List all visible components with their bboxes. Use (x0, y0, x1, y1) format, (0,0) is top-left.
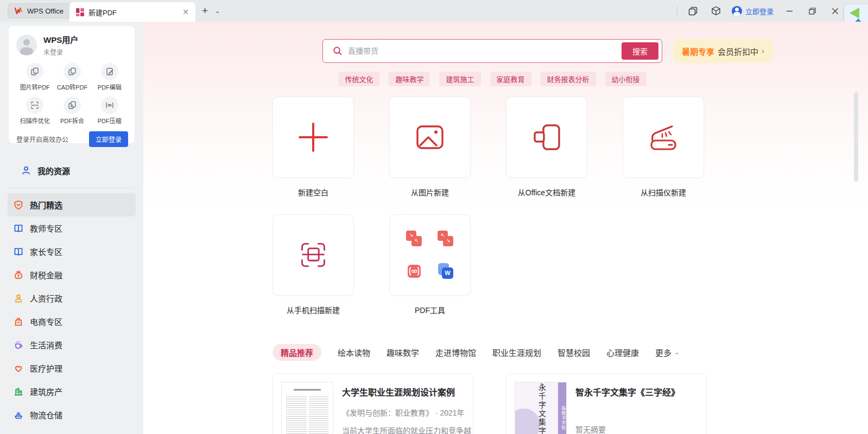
pdf-to-word-icon: W (438, 263, 454, 279)
login-now-button[interactable]: 立即登录 (89, 131, 128, 147)
person-icon (21, 165, 31, 176)
tag-chip[interactable]: 财务报表分析 (541, 72, 596, 86)
recommend-tabs: 精品推荐 绘本读物 趣味数学 走进博物馆 职业生涯规划 智慧校园 心理健康 更多… (273, 344, 679, 361)
sidebar-item-my-resources[interactable]: 我的资源 (9, 158, 135, 182)
wps-logo-icon (15, 7, 23, 15)
create-cards-row-2: 从手机扫描新建 ↘↖ ↖↘ W PDF工具 (273, 214, 471, 315)
card-label: 从扫描仪新建 (641, 187, 686, 197)
calligraphy-cover-thumbnail: 永千字文集字 临楷书字帖 (515, 382, 567, 434)
user-status: 未登录 (43, 47, 78, 56)
sidebar-item-label: 家长专区 (30, 246, 62, 257)
doc-tab-label: 新建PDF (88, 7, 117, 17)
tool-pdf-edit[interactable]: PDF编辑 (91, 63, 128, 91)
card-pdf-tools[interactable]: ↘↖ ↖↘ W PDF工具 (389, 214, 471, 315)
pdf-edit-icon (101, 63, 118, 80)
badge-icon (13, 200, 24, 210)
new-tab-button[interactable]: + (202, 5, 208, 16)
sidebar-item-parent-zone[interactable]: 家长专区 (8, 240, 136, 263)
tag-chip[interactable]: 趣味教学 (389, 72, 430, 86)
card-new-blank[interactable]: 新建空白 (273, 97, 354, 197)
doc-tab-new-pdf[interactable]: 新建PDF ✕ (69, 2, 195, 22)
document-page-thumbnail (281, 382, 333, 434)
sidebar-item-logistics-warehouse[interactable]: 物流仓储 (8, 403, 136, 426)
tool-scan-optimize[interactable]: 扫描件优化 (16, 97, 54, 125)
user-name: WPS用户 (43, 34, 78, 45)
tab-close-icon[interactable]: ✕ (182, 8, 189, 16)
scanner-icon (648, 123, 679, 151)
pdf-merge-icon: ↘↖ (406, 231, 422, 247)
tool-image-to-pdf[interactable]: 图片转PDF (16, 63, 54, 91)
sidebar-item-label: 财税金融 (30, 269, 62, 280)
pdf-split-icon: ↖↘ (438, 231, 454, 247)
tag-chip[interactable]: 家庭教育 (490, 72, 531, 86)
recommend-card[interactable]: 大学生职业生涯规划设计案例 《发明与创新：职业教育》 · 2021年 当前大学生… (273, 373, 473, 434)
book-icon (13, 246, 24, 257)
vertical-scrollbar[interactable] (854, 92, 858, 182)
tab-career-planning[interactable]: 职业生涯规划 (492, 347, 541, 358)
sidebar-item-hot-picks[interactable]: 热门精选 (8, 193, 136, 216)
new-tab-chevron-icon[interactable]: ⌄ (215, 8, 220, 15)
office-doc-icon (533, 124, 561, 151)
close-button[interactable] (828, 4, 842, 18)
tool-pdf-compress[interactable]: PDF压缩 (91, 97, 128, 125)
sidebar-item-medical-care[interactable]: 医疗护理 (8, 356, 136, 380)
card-from-office-doc[interactable]: 从Office文档新建 (506, 97, 587, 197)
sidebar-item-label: 物流仓储 (30, 409, 62, 420)
phone-scan-icon (298, 240, 328, 270)
tag-chip[interactable]: 幼小衔接 (605, 72, 647, 86)
home-tab-label: WPS Office (27, 7, 64, 15)
recommend-cards: 大学生职业生涯规划设计案例 《发明与创新：职业教育》 · 2021年 当前大学生… (273, 373, 707, 434)
promo-banner[interactable]: 暑期专享 会员折扣中 › (673, 39, 773, 63)
recommend-source: 《发明与创新：职业教育》 · 2021年 (342, 407, 471, 418)
money-pouch-icon (13, 270, 24, 280)
home-tab[interactable]: WPS Office (8, 3, 71, 18)
tab-more[interactable]: 更多⌄ (655, 347, 679, 358)
recommend-card[interactable]: 永千字文集字 临楷书字帖 智永千字文集字《三字经》 暂无摘要 (506, 373, 707, 434)
cube-icon[interactable] (709, 4, 723, 18)
sidebar-item-label: 热门精选 (30, 199, 62, 210)
tab-mental-health[interactable]: 心理健康 (606, 347, 639, 358)
sidebar-item-teacher-zone[interactable]: 教师专区 (8, 216, 136, 240)
create-cards-row-1: 新建空白 从图片新建 从Office文档新建 从扫描仪新建 (273, 97, 704, 197)
tag-chip[interactable]: 建筑施工 (439, 72, 480, 86)
sidebar-item-construction-realestate[interactable]: 建筑房产 (8, 380, 136, 403)
tool-pdf-split-merge[interactable]: PDF拆合 (54, 97, 91, 125)
recommend-title: 大学生职业生涯规划设计案例 (342, 385, 471, 398)
sidebar-divider (9, 188, 135, 188)
titlebar-login-button[interactable]: 立即登录 (732, 6, 774, 16)
tag-chip[interactable]: 传统文化 (338, 72, 379, 86)
assistant-green-icon (850, 8, 859, 18)
hot-tags: 传统文化 趣味教学 建筑施工 家庭教育 财务报表分析 幼小衔接 (322, 72, 662, 86)
sidebar-item-ecommerce-zone[interactable]: 电商专区 (8, 310, 136, 333)
sidebar-item-finance-tax[interactable]: 财税金融 (8, 263, 136, 286)
window-stack-icon[interactable] (686, 4, 700, 18)
sidebar-item-hr-admin[interactable]: 人资行政 (8, 286, 136, 310)
sidebar-item-label: 人资行政 (30, 292, 62, 304)
tab-featured[interactable]: 精品推荐 (273, 344, 321, 361)
search-box: 搜索 (322, 39, 662, 63)
chevron-right-icon: › (762, 47, 764, 55)
card-from-phone-scan[interactable]: 从手机扫描新建 (273, 214, 354, 315)
card-label: 新建空白 (298, 187, 328, 197)
minimize-button[interactable] (782, 4, 796, 18)
user-avatar[interactable] (16, 35, 37, 55)
card-from-image[interactable]: 从图片新建 (389, 97, 471, 197)
sidebar-item-life-consumption[interactable]: 生活消费 (8, 333, 136, 356)
tool-cad-to-pdf[interactable]: CAD转PDF (54, 63, 91, 91)
magnifier-icon (333, 46, 343, 56)
main-content: 搜索 暑期专享 会员折扣中 › 传统文化 趣味教学 建筑施工 家庭教育 财务报表… (143, 22, 868, 434)
login-avatar-icon (732, 6, 742, 16)
search-button[interactable]: 搜索 (622, 42, 658, 60)
card-label: PDF工具 (415, 304, 445, 315)
restore-button[interactable] (805, 4, 819, 18)
sidebar-item-label: 教师专区 (30, 222, 62, 234)
cover-strip-text: 临楷书字帖 (558, 382, 566, 434)
image-icon (416, 125, 443, 149)
tab-picture-books[interactable]: 绘本读物 (338, 347, 370, 358)
card-from-scanner[interactable]: 从扫描仪新建 (623, 97, 704, 197)
search-input[interactable] (348, 47, 616, 55)
card-label: 从手机扫描新建 (287, 304, 340, 315)
tab-smart-campus[interactable]: 智慧校园 (557, 347, 590, 358)
tab-museum[interactable]: 走进博物馆 (435, 347, 476, 358)
tab-fun-math[interactable]: 趣味数学 (387, 347, 419, 358)
